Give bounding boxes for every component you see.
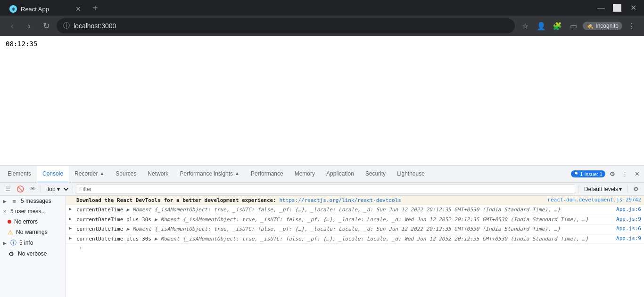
devtools-toolbar: ☰ 🚫 👁 top ▾ Default levels ▾ ⚙ bbox=[0, 183, 644, 196]
issue-badge-label: 1 Issue: 1 bbox=[580, 171, 603, 177]
tab-lighthouse[interactable]: Lighthouse bbox=[391, 166, 430, 183]
row-expand-icon[interactable]: ▶ bbox=[69, 225, 74, 231]
page-content: 08:12:35 Elements Console Recorder ▲ Sou… bbox=[0, 36, 644, 297]
log-row: ▶ currentDateTime plus 30s ▶ Moment {_is… bbox=[66, 234, 644, 244]
tab-application[interactable]: Application bbox=[321, 166, 360, 183]
minimize-button[interactable]: — bbox=[594, 3, 608, 13]
tab-performance[interactable]: Performance bbox=[245, 166, 289, 183]
tab-favicon: ⚛ bbox=[9, 5, 17, 13]
log-source-link[interactable]: App.js:9 bbox=[616, 216, 641, 222]
bookmark-button[interactable]: ☆ bbox=[519, 19, 532, 32]
toolbar-divider-2 bbox=[73, 185, 73, 193]
console-log: Download the React DevTools for a better… bbox=[66, 196, 644, 297]
warnings-label: No warnings bbox=[16, 229, 48, 235]
tab-close-button[interactable]: ✕ bbox=[74, 4, 83, 14]
console-sidebar: ▶ ≡ 5 messages ✕ 5 user mess... No error… bbox=[0, 196, 66, 297]
tab-security[interactable]: Security bbox=[360, 166, 391, 183]
expand-user-messages-icon: ✕ bbox=[3, 209, 8, 214]
extensions-button[interactable]: 🧩 bbox=[551, 19, 564, 32]
sidebar-button[interactable]: ▭ bbox=[567, 19, 580, 32]
errors-dot-icon bbox=[8, 220, 11, 224]
incognito-badge: 🕵 Incognito bbox=[583, 22, 622, 30]
sidebar-item-info[interactable]: ▶ ⓘ 5 info bbox=[0, 237, 66, 249]
active-tab[interactable]: ⚛ React App ✕ bbox=[4, 2, 89, 16]
log-content: ▶ Moment {_isAMomentObject: true, _isUTC… bbox=[155, 217, 589, 223]
log-content: ▶ Moment {_isAMomentObject: true, _isUTC… bbox=[126, 207, 561, 213]
console-area: ▶ ≡ 5 messages ✕ 5 user mess... No error… bbox=[0, 196, 644, 297]
tab-recorder[interactable]: Recorder ▲ bbox=[69, 166, 110, 183]
back-button[interactable]: ‹ bbox=[6, 19, 19, 32]
devtools-panel: Elements Console Recorder ▲ Sources Netw… bbox=[0, 165, 644, 297]
errors-label: No errors bbox=[14, 218, 38, 225]
tab-elements[interactable]: Elements bbox=[2, 166, 37, 183]
refresh-button[interactable]: ↻ bbox=[40, 19, 53, 32]
clear-console-button[interactable]: 🚫 bbox=[15, 184, 25, 194]
tab-application-label: Application bbox=[326, 170, 354, 177]
tab-sources-label: Sources bbox=[116, 170, 136, 177]
messages-list-icon: ≡ bbox=[10, 198, 18, 205]
url-bar[interactable]: ⓘ localhost:3000 bbox=[57, 18, 515, 33]
log-row: ▶ currentDateTime plus 30s ▶ Moment {_is… bbox=[66, 215, 644, 225]
row-expand-icon[interactable]: ▶ bbox=[69, 206, 74, 211]
log-prefix: currentDateTime bbox=[76, 226, 126, 232]
log-text: currentDateTime ▶ Moment {_isAMomentObje… bbox=[76, 225, 612, 233]
info-circle-icon: ⓘ bbox=[10, 239, 17, 247]
log-prefix: currentDateTime plus 30s bbox=[76, 217, 155, 223]
toggle-sidebar-button[interactable]: ☰ bbox=[3, 184, 13, 194]
tab-performance-label: Performance bbox=[251, 170, 283, 177]
tab-memory[interactable]: Memory bbox=[289, 166, 321, 183]
row-expand-icon[interactable]: ▶ bbox=[69, 235, 74, 241]
issue-badge[interactable]: ⚑ 1 Issue: 1 bbox=[571, 170, 605, 177]
context-selector[interactable]: top ▾ bbox=[44, 185, 70, 194]
log-text: currentDateTime ▶ Moment {_isAMomentObje… bbox=[76, 206, 612, 213]
devtools-link[interactable]: https://reactjs.org/link/react-devtools bbox=[279, 197, 401, 203]
tab-memory-label: Memory bbox=[295, 170, 315, 177]
sidebar-item-errors[interactable]: No errors bbox=[0, 217, 66, 227]
filter-input[interactable] bbox=[76, 185, 575, 194]
time-display: 08:12:35 bbox=[6, 40, 37, 48]
expand-messages-icon: ▶ bbox=[3, 199, 8, 204]
tab-security-label: Security bbox=[365, 170, 386, 177]
tab-performance-insights[interactable]: Performance insights ▲ bbox=[174, 166, 245, 183]
close-button[interactable]: ✕ bbox=[626, 3, 640, 13]
log-source-link[interactable]: App.js:6 bbox=[616, 206, 641, 212]
incognito-icon: 🕵 bbox=[586, 23, 594, 29]
menu-button[interactable]: ⋮ bbox=[625, 19, 638, 32]
filter-toggle-button[interactable]: 👁 bbox=[27, 184, 38, 194]
sidebar-item-messages[interactable]: ▶ ≡ 5 messages bbox=[0, 196, 66, 206]
toolbar-divider-3 bbox=[578, 185, 578, 193]
default-levels-button[interactable]: Default levels ▾ bbox=[581, 185, 625, 193]
log-content: ▶ Moment {_isAMomentObject: true, _isUTC… bbox=[155, 236, 589, 242]
log-row: ▶ currentDateTime ▶ Moment {_isAMomentOb… bbox=[66, 225, 644, 234]
new-tab-button[interactable]: + bbox=[89, 1, 102, 16]
profile-button[interactable]: 👤 bbox=[535, 19, 548, 32]
log-source-link[interactable]: react-dom.development.js:29742 bbox=[547, 197, 641, 203]
tab-sources[interactable]: Sources bbox=[110, 166, 142, 183]
toolbar-divider bbox=[41, 185, 41, 193]
lock-icon: ⓘ bbox=[63, 22, 70, 30]
log-source-link[interactable]: App.js:9 bbox=[616, 235, 641, 241]
address-bar: ‹ › ↻ ⓘ localhost:3000 ☆ 👤 🧩 ▭ 🕵 Incogni… bbox=[0, 16, 644, 36]
row-expand-icon[interactable]: ▶ bbox=[69, 216, 74, 221]
devtools-more-button[interactable]: ⋮ bbox=[619, 169, 630, 179]
notice-bold: Download the React DevTools for a better… bbox=[76, 197, 279, 203]
sidebar-item-user-messages[interactable]: ✕ 5 user mess... bbox=[0, 206, 66, 217]
tab-console[interactable]: Console bbox=[37, 166, 69, 183]
tab-network[interactable]: Network bbox=[142, 166, 174, 183]
log-source-link[interactable]: App.js:6 bbox=[616, 225, 641, 232]
forward-button[interactable]: › bbox=[23, 19, 36, 32]
recorder-icon: ▲ bbox=[99, 171, 104, 176]
log-text: currentDateTime plus 30s ▶ Moment {_isAM… bbox=[76, 216, 612, 223]
user-messages-label: 5 user mess... bbox=[10, 208, 46, 215]
sidebar-item-verbose[interactable]: ⚙ No verbose bbox=[0, 249, 66, 259]
log-more-indicator[interactable]: › bbox=[66, 244, 644, 252]
tab-performance-insights-label: Performance insights bbox=[180, 170, 233, 177]
sidebar-item-warnings[interactable]: ⚠ No warnings bbox=[0, 227, 66, 237]
devtools-close-button[interactable]: ✕ bbox=[632, 169, 642, 179]
warnings-triangle-icon: ⚠ bbox=[8, 229, 13, 236]
chevron-right-icon: › bbox=[79, 245, 82, 250]
maximize-button[interactable]: ⬜ bbox=[610, 3, 624, 13]
log-row: Download the React DevTools for a better… bbox=[66, 196, 644, 205]
devtools-settings-button[interactable]: ⚙ bbox=[607, 169, 618, 179]
console-settings-button[interactable]: ⚙ bbox=[631, 184, 641, 194]
